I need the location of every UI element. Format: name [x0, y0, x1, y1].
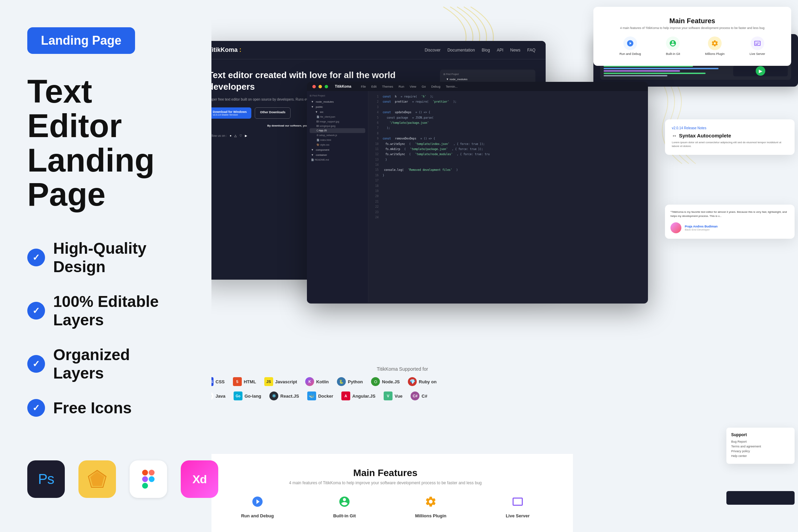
- languages-row-2: ☕ Java Go Go-lang ⚛ React.JS 🐳 Docker A …: [198, 391, 607, 400]
- preview-app-name: TitikKoma :: [208, 46, 241, 54]
- feature-list: ✓ High-Quality Design ✓ 100% Editable La…: [27, 239, 184, 417]
- lang-nodejs: ⬡ Node.JS: [371, 377, 400, 386]
- ide-body: ⊞ First Project ▼ node_modules ▼ public …: [307, 91, 648, 302]
- right-panel: Main Features 4 main features of TitikKo…: [198, 0, 798, 532]
- features-subtitle: 4 main features of TitikKoma to help imp…: [607, 26, 778, 30]
- support-link-1[interactable]: Bug Report: [731, 440, 790, 443]
- lang-python: 🐍 Python: [337, 377, 363, 386]
- author-name: Praja Andres Budiman: [685, 225, 718, 228]
- figma-icon: [130, 460, 167, 498]
- svg-rect-7: [142, 483, 148, 489]
- feat-plugin: Millions Plugin: [705, 36, 725, 56]
- lang-react: ⚛ React.JS: [269, 391, 299, 400]
- autocomplete-title: ↔ Syntax Autocomplete: [672, 133, 788, 138]
- bottom-feat-plugin: Millions Plugin: [415, 496, 446, 518]
- features-top-card: Main Features 4 main features of TitikKo…: [593, 7, 791, 66]
- feature-item-2: ✓ 100% Editable Layers: [27, 292, 184, 329]
- check-icon-3: ✓: [27, 355, 45, 373]
- preview-nav-links: Discover Documentation Blog API News FAQ: [425, 48, 535, 53]
- feat-live-server: Live Server: [750, 36, 765, 56]
- check-icon-4: ✓: [27, 399, 45, 417]
- lang-kotlin: K Kotlin: [305, 377, 329, 386]
- download-button[interactable]: Download for Windows v2.0.14 Stable Vers…: [208, 107, 251, 119]
- check-icon-2: ✓: [27, 302, 45, 320]
- main-title: Text Editor Landing Page: [27, 74, 184, 212]
- lang-docker: 🐳 Docker: [307, 391, 333, 400]
- ide-preview: TitikKoma FileEditThemesRunViewGoDebugTe…: [307, 82, 648, 304]
- bottom-features-card: Main Features 4 main features of TitikKo…: [198, 454, 573, 532]
- bottom-features-title: Main Features: [211, 468, 559, 478]
- languages-row-1: CSS CSS 5 HTML JS Javascript K Kotlin 🐍 …: [198, 377, 607, 386]
- lang-javascript: JS Javascript: [264, 377, 297, 386]
- support-link-3[interactable]: Privacy policy: [731, 449, 790, 453]
- supported-section: TitikKoma Supported for CSS CSS 5 HTML J…: [198, 366, 607, 406]
- bottom-dark-bar: [726, 491, 795, 505]
- features-icons-row: Run and Debug Built-in Git Millions Plug…: [607, 36, 778, 56]
- bottom-feat-live-server: Live Server: [506, 496, 530, 518]
- preview-nav: TitikKoma : Discover Documentation Blog …: [198, 41, 546, 59]
- bottom-features-sub: 4 main features of TitikKoma to help imp…: [211, 481, 559, 485]
- testimonial-text: "TitikKoma is my favorite text editor fo…: [670, 210, 789, 218]
- other-downloads-button[interactable]: Other Downloads: [255, 107, 291, 119]
- bottom-features-row: Run and Debug Built-in Git Millions Plug…: [211, 496, 559, 518]
- feat-git: Built-in Git: [666, 36, 680, 56]
- lang-html: 5 HTML: [233, 377, 256, 386]
- check-icon-1: ✓: [27, 249, 45, 266]
- testimonial-card: "TitikKoma is my favorite text editor fo…: [665, 205, 795, 239]
- adobe-xd-icon: Xd: [181, 460, 218, 498]
- lang-golang: Go Go-lang: [234, 391, 261, 400]
- feature-item-4: ✓ Free Icons: [27, 399, 184, 417]
- lang-angular: A Angular.JS: [341, 391, 375, 400]
- support-panel: Support Bug Report Terms and agreement P…: [726, 428, 795, 464]
- feature-item-1: ✓ High-Quality Design: [27, 239, 184, 276]
- ide-file-sidebar: ⊞ First Project ▼ node_modules ▼ public …: [307, 91, 368, 302]
- tool-icons: Ps Xd: [27, 460, 218, 498]
- svg-rect-5: [149, 470, 154, 475]
- lang-csharp: C# C#: [411, 391, 427, 400]
- svg-rect-6: [142, 476, 148, 482]
- lang-ruby: 💎 Ruby on: [408, 377, 437, 386]
- autocomplete-text: Lorem ipsum dolor sit amet consectetur a…: [672, 141, 788, 148]
- support-title: Support: [731, 432, 790, 437]
- svg-rect-4: [142, 470, 148, 475]
- lang-vue: V Vue: [384, 391, 402, 400]
- testimonial-author: Praja Andres Budiman Back End Developer: [670, 222, 789, 233]
- ide-code-area: 1const h = require('h'); 2const prettier…: [368, 91, 648, 302]
- feat-run-debug: Run and Debug: [620, 36, 641, 56]
- supported-label: TitikKoma Supported for: [198, 366, 607, 372]
- svg-point-8: [149, 476, 154, 482]
- sketch-icon: [78, 460, 116, 498]
- ide-menu: FileEditThemesRunViewGoDebugTermin...: [361, 85, 457, 88]
- features-title: Main Features: [607, 17, 778, 25]
- version-label: v2.0.14 Release Notes: [672, 126, 788, 130]
- left-panel: Landing Page Text Editor Landing Page ✓ …: [0, 0, 211, 532]
- support-link-2[interactable]: Terms and agreement: [731, 445, 790, 448]
- author-role: Back End Developer: [685, 228, 718, 231]
- support-link-4[interactable]: Help center: [731, 454, 790, 458]
- autocomplete-panel: v2.0.14 Release Notes ↔ Syntax Autocompl…: [665, 119, 795, 155]
- ide-titlebar: TitikKoma FileEditThemesRunViewGoDebugTe…: [307, 82, 648, 91]
- badge-label: Landing Page: [27, 27, 135, 54]
- photoshop-icon: Ps: [27, 460, 65, 498]
- bottom-feat-run-debug: Run and Debug: [241, 496, 274, 518]
- feature-item-3: ✓ Organized Layers: [27, 345, 184, 382]
- author-avatar: [670, 222, 681, 233]
- bottom-feat-git: Built-in Git: [333, 496, 356, 518]
